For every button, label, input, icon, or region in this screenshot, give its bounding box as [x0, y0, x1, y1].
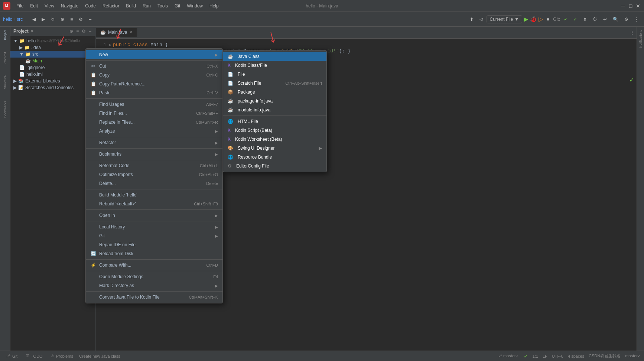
cut-shortcut: Ctrl+X [206, 64, 218, 68]
submenu-swing-ui[interactable]: 🎨 Swing UI Designer ▶ [223, 144, 326, 153]
submenu-package-label: Package [238, 90, 255, 95]
submenu-package[interactable]: 📦 Package [223, 88, 326, 97]
java-class-icon: ☕ [228, 54, 233, 59]
submenu-scratch-file[interactable]: 📄 Scratch File Ctrl+Alt+Shift+Insert [223, 79, 326, 88]
menu-copy-path-label: Copy Path/Reference... [99, 81, 218, 87]
submenu-kotlin-script[interactable]: K Kotlin Script (Beta) [223, 126, 326, 135]
refactor-arrow: ▶ [215, 141, 218, 145]
submenu-scratch-file-label: Scratch File [238, 81, 261, 86]
menu-item-convert-java[interactable]: Convert Java File to Kotlin File Ctrl+Al… [86, 293, 222, 302]
submenu-html-file[interactable]: 🌐 HTML File [223, 117, 326, 126]
kotlin-worksheet-icon: K [228, 137, 231, 142]
swing-ui-icon: 🎨 [228, 146, 233, 151]
module-settings-shortcut: F4 [213, 274, 218, 279]
menu-item-find-usages[interactable]: Find Usages Alt+F7 [86, 100, 222, 109]
menu-item-cut[interactable]: ✂ Cut Ctrl+X [86, 62, 222, 71]
compare-icon: ⚡ [90, 263, 96, 268]
mark-directory-arrow: ▶ [215, 284, 218, 288]
menu-sep3 [86, 137, 222, 137]
menu-item-bookmarks[interactable]: Bookmarks ▶ [86, 150, 222, 159]
menu-optimize-label: Optimize Imports [99, 172, 196, 177]
submenu-kotlin-worksheet-label: Kotlin Worksheet (Beta) [235, 137, 282, 142]
new-arrow-icon: ▶ [215, 53, 218, 57]
menu-compare-label: Compare With... [99, 263, 204, 268]
copy-path-icon: 📋 [90, 81, 96, 87]
menu-rebuild-label: Rebuild '<default>' [99, 201, 191, 206]
menu-paste-label: Paste [99, 90, 204, 95]
menu-sep4 [86, 148, 222, 149]
submenu-module-info-label: module-info.java [238, 107, 270, 113]
menu-item-new-label: New [99, 52, 212, 57]
submenu-kotlin-class[interactable]: K Kotlin Class/File [223, 61, 326, 70]
submenu-file[interactable]: 📄 File [223, 70, 326, 79]
menu-analyze-label: Analyze [99, 129, 212, 134]
module-info-icon: ☕ [228, 107, 233, 113]
menu-item-reformat[interactable]: Reformat Code Ctrl+Alt+L [86, 161, 222, 170]
menu-convert-java-label: Convert Java File to Kotlin File [99, 295, 186, 300]
menu-item-replace[interactable]: Replace in Files... Ctrl+Shift+R [86, 118, 222, 127]
menu-item-compare[interactable]: ⚡ Compare With... Ctrl+D [86, 261, 222, 270]
red-arrow-3: ↓ [265, 25, 279, 47]
menu-sep11 [86, 291, 222, 292]
menu-item-local-history[interactable]: Local History ▶ [86, 222, 222, 231]
menu-item-mark-directory[interactable]: Mark Directory as ▶ [86, 281, 222, 290]
scratch-shortcut: Ctrl+Alt+Shift+Insert [285, 81, 322, 85]
open-in-arrow: ▶ [215, 214, 218, 218]
submenu-module-info[interactable]: ☕ module-info.java [223, 105, 326, 114]
menu-item-module-settings[interactable]: Open Module Settings F4 [86, 272, 222, 281]
submenu-java-class-label: Java Class [238, 54, 260, 59]
menu-sep6 [86, 189, 222, 189]
replace-shortcut: Ctrl+Shift+R [196, 120, 218, 124]
new-submenu: ☕ Java Class K Kotlin Class/File 📄 File … [223, 50, 327, 172]
red-arrow-2: ↓ [112, 22, 127, 44]
menu-item-paste[interactable]: 📋 Paste Ctrl+V [86, 88, 222, 97]
submenu-resource-bundle[interactable]: 🌐 Resource Bundle [223, 153, 326, 162]
menu-item-repair-ide[interactable]: Repair IDE on File [86, 240, 222, 249]
menu-item-copy-path[interactable]: 📋 Copy Path/Reference... [86, 79, 222, 88]
menu-git-label: Git [99, 233, 212, 238]
menu-item-delete[interactable]: Delete... Delete [86, 179, 222, 188]
paste-icon: 📋 [90, 90, 96, 95]
context-menu-overlay: New ▶ ☕ Java Class K Kotlin Class/File 📄… [0, 0, 644, 361]
submenu-kotlin-worksheet[interactable]: K Kotlin Worksheet (Beta) [223, 135, 326, 144]
reformat-shortcut: Ctrl+Alt+L [200, 163, 218, 168]
menu-sep2 [86, 98, 222, 99]
paste-shortcut: Ctrl+V [206, 91, 218, 95]
red-arrow-1: ↓ [53, 29, 71, 51]
menu-item-new[interactable]: New ▶ ☕ Java Class K Kotlin Class/File 📄… [86, 50, 222, 59]
cut-icon: ✂ [90, 64, 96, 69]
submenu-editorconfig-label: EditorConfig File [236, 163, 269, 169]
swing-ui-arrow: ▶ [319, 146, 322, 151]
menu-item-refactor[interactable]: Refactor ▶ [86, 138, 222, 147]
menu-refactor-label: Refactor [99, 140, 212, 145]
submenu-resource-bundle-label: Resource Bundle [238, 155, 272, 160]
menu-item-analyze[interactable]: Analyze ▶ [86, 127, 222, 136]
menu-delete-label: Delete... [99, 181, 203, 186]
html-file-icon: 🌐 [228, 119, 233, 124]
submenu-java-class[interactable]: ☕ Java Class [223, 52, 326, 61]
rebuild-shortcut: Ctrl+Shift+F9 [194, 202, 218, 206]
menu-item-build-module[interactable]: Build Module 'hello' [86, 191, 222, 199]
menu-item-optimize[interactable]: Optimize Imports Ctrl+Alt+O [86, 170, 222, 179]
reload-icon: 🔄 [90, 251, 96, 256]
kotlin-class-icon: K [228, 63, 231, 68]
menu-item-copy[interactable]: 📋 Copy Ctrl+C [86, 71, 222, 79]
submenu-editorconfig[interactable]: ⚙ EditorConfig File [223, 162, 326, 170]
submenu-kotlin-class-label: Kotlin Class/File [235, 63, 267, 68]
menu-item-reload[interactable]: 🔄 Reload from Disk [86, 249, 222, 258]
optimize-shortcut: Ctrl+Alt+O [199, 172, 218, 177]
menu-item-find-in-files[interactable]: Find in Files... Ctrl+Shift+F [86, 109, 222, 118]
menu-replace-label: Replace in Files... [99, 120, 193, 125]
copy-icon: 📋 [90, 72, 96, 78]
analyze-arrow: ▶ [215, 129, 218, 133]
menu-item-rebuild[interactable]: Rebuild '<default>' Ctrl+Shift+F9 [86, 199, 222, 208]
submenu-package-info[interactable]: ☕ package-info.java [223, 97, 326, 105]
menu-sep9 [86, 259, 222, 260]
resource-bundle-icon: 🌐 [228, 155, 233, 160]
find-usages-shortcut: Alt+F7 [206, 102, 218, 107]
delete-shortcut: Delete [206, 181, 218, 186]
menu-item-open-in[interactable]: Open In ▶ [86, 211, 222, 220]
menu-sep5 [86, 160, 222, 160]
menu-item-git[interactable]: Git ▶ [86, 231, 222, 240]
context-menu: New ▶ ☕ Java Class K Kotlin Class/File 📄… [85, 48, 223, 303]
